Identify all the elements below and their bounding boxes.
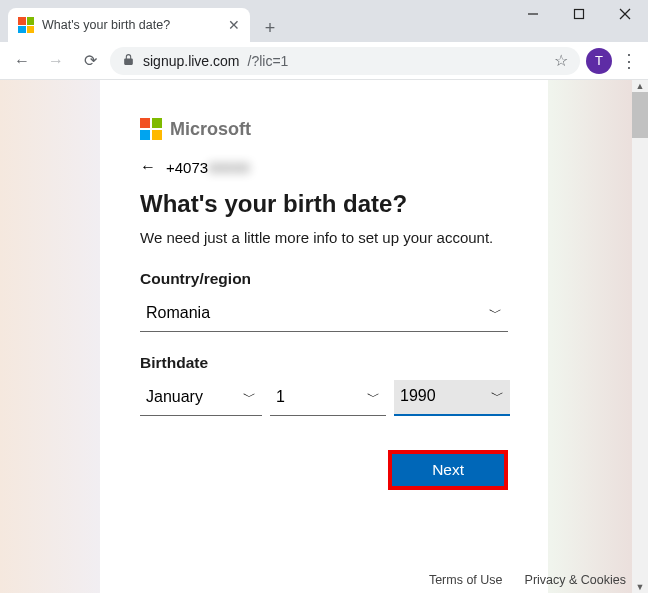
browser-menu-button[interactable]: ⋮ [618,50,640,72]
terms-link[interactable]: Terms of Use [429,573,503,587]
svg-rect-1 [575,10,584,19]
scroll-up-arrow-icon[interactable]: ▲ [632,80,648,92]
identity-obscured: 00000 [208,159,250,176]
chevron-down-icon: ﹀ [243,388,256,406]
privacy-link[interactable]: Privacy & Cookies [525,573,626,587]
birthdate-label: Birthdate [140,354,508,372]
brand-row: Microsoft [140,118,508,140]
chevron-down-icon: ﹀ [367,388,380,406]
browser-tab[interactable]: What's your birth date? ✕ [8,8,250,42]
chevron-down-icon: ﹀ [491,387,504,405]
footer-links: Terms of Use Privacy & Cookies [429,573,626,587]
country-select[interactable]: Romania ﹀ [140,296,508,332]
url-host: signup.live.com [143,53,240,69]
birth-month-select[interactable]: January ﹀ [140,380,262,416]
page-viewport: Microsoft ← +407300000 What's your birth… [0,80,648,593]
identity-row[interactable]: ← +407300000 [140,158,508,176]
scroll-down-arrow-icon[interactable]: ▼ [632,581,648,593]
birth-month-value: January [146,388,203,406]
signup-card: Microsoft ← +407300000 What's your birth… [100,80,548,593]
nav-back-button[interactable]: ← [8,47,36,75]
back-arrow-icon[interactable]: ← [140,158,156,176]
nav-forward-button[interactable]: → [42,47,70,75]
identity-prefix: +4073 [166,159,208,176]
page-heading: What's your birth date? [140,190,508,218]
new-tab-button[interactable]: + [256,14,284,42]
vertical-scrollbar[interactable]: ▲ ▼ [632,80,648,593]
birth-day-value: 1 [276,388,285,406]
tab-title: What's your birth date? [42,18,220,32]
lock-icon [122,52,135,70]
country-value: Romania [146,304,210,322]
window-minimize-button[interactable] [510,0,556,28]
page-subtext: We need just a little more info to set u… [140,228,508,248]
profile-avatar[interactable]: T [586,48,612,74]
tab-close-icon[interactable]: ✕ [228,17,240,33]
scroll-thumb[interactable] [632,92,648,138]
address-bar: ← → ⟳ signup.live.com/?lic=1 ☆ T ⋮ [0,42,648,80]
microsoft-favicon-icon [18,17,34,33]
nav-reload-button[interactable]: ⟳ [76,47,104,75]
url-path: /?lic=1 [248,53,289,69]
next-button[interactable]: Next [388,450,508,490]
country-label: Country/region [140,270,508,288]
bookmark-star-icon[interactable]: ☆ [554,51,568,70]
microsoft-logo-icon [140,118,162,140]
window-close-button[interactable] [602,0,648,28]
birth-year-select[interactable]: 1990 ﹀ [394,380,510,416]
birth-year-value: 1990 [400,387,436,405]
chevron-down-icon: ﹀ [489,304,502,322]
brand-text: Microsoft [170,119,251,140]
birth-day-select[interactable]: 1 ﹀ [270,380,386,416]
window-maximize-button[interactable] [556,0,602,28]
url-input[interactable]: signup.live.com/?lic=1 ☆ [110,47,580,75]
